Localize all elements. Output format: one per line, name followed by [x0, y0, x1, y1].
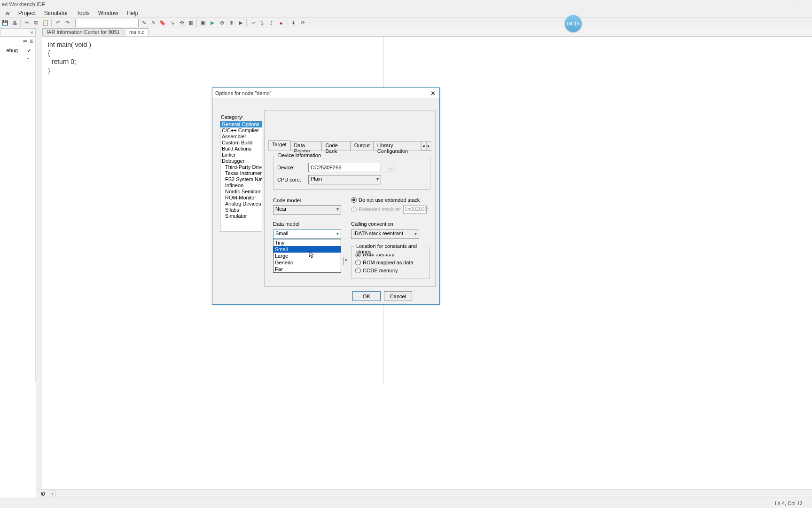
- radio-rom-mapped[interactable]: ROM mapped as data: [355, 260, 426, 265]
- radio-code-memory[interactable]: CODE memory: [355, 268, 426, 273]
- device-info-group: Device information Device: ... CPU core:…: [273, 156, 430, 190]
- cat-assembler[interactable]: Assembler: [220, 134, 262, 140]
- menu-help[interactable]: Help: [123, 9, 142, 17]
- cat-silabs[interactable]: Silabs: [220, 207, 262, 213]
- cat-fs2[interactable]: FS2 System Naviga: [220, 176, 262, 183]
- cat-build-actions[interactable]: Build Actions: [220, 146, 262, 152]
- download-icon[interactable]: ⬇: [289, 19, 297, 27]
- dialog-close-button[interactable]: ✕: [428, 89, 437, 97]
- dd-large[interactable]: Large: [273, 253, 341, 259]
- reset-icon[interactable]: ⟳: [298, 19, 307, 27]
- step-out-icon[interactable]: ⤴: [267, 19, 276, 27]
- cat-ti[interactable]: Texas Instruments: [220, 170, 262, 176]
- save-icon[interactable]: 💾: [1, 19, 9, 27]
- device-browse-button[interactable]: ...: [386, 163, 395, 172]
- data-model-combo[interactable]: Small: [273, 230, 341, 239]
- config-icon[interactable]: ⊞: [30, 39, 33, 44]
- code-line-4: }: [48, 66, 347, 75]
- workspace-tab[interactable]: ×: [0, 28, 36, 37]
- cat-simulator[interactable]: Simulator: [220, 213, 262, 219]
- code-line-2: {: [48, 49, 347, 57]
- nav-back-icon[interactable]: ↘: [168, 19, 176, 27]
- cursor-position: Ln 4, Col 12: [775, 500, 803, 506]
- dd-generic[interactable]: Generic: [273, 259, 341, 266]
- radio-no-extended-stack[interactable]: Do not use extended stack: [351, 197, 430, 203]
- tab-data-pointer[interactable]: Data Pointer: [290, 141, 322, 151]
- undo-icon[interactable]: ↶: [54, 19, 62, 27]
- debug-label: ebug: [7, 48, 18, 53]
- close-icon[interactable]: ×: [31, 30, 33, 35]
- menu-window[interactable]: Window: [94, 9, 122, 17]
- category-listbox[interactable]: General Options C/C++ Compiler Assembler…: [220, 121, 262, 231]
- code-model-combo[interactable]: Near: [273, 205, 341, 214]
- window-titlebar: ed Workbench IDE —: [0, 0, 812, 8]
- cat-linker[interactable]: Linker: [220, 152, 262, 158]
- debug-icon[interactable]: ▶: [236, 19, 245, 27]
- extended-stack-value: 0x002000: [403, 205, 427, 214]
- radio-extended-stack-at[interactable]: Extended stack at: 0x002000: [351, 205, 430, 214]
- menubar: w Project Simulator Tools Window Help: [0, 8, 812, 18]
- cancel-button[interactable]: Cancel: [384, 291, 412, 301]
- code-model-label: Code model: [273, 198, 301, 203]
- grid-icon[interactable]: ▦: [187, 19, 195, 27]
- tab-output[interactable]: Output: [351, 141, 374, 151]
- menu-project[interactable]: Project: [15, 9, 39, 17]
- toolbar: 💾 🖶 ✂ ⧉ 📋 ↶ ↷ ✎ ✎ 🔖 ↘ ⟲ ▦ ▣ ▶ ⊘ ⊕ ▶ ⤻ ⤵ …: [0, 18, 812, 28]
- cat-c-compiler[interactable]: C/C++ Compiler: [220, 127, 262, 134]
- print-icon[interactable]: 🖶: [10, 19, 19, 27]
- bookmark-icon[interactable]: 🔖: [158, 19, 167, 27]
- dd-far[interactable]: Far: [273, 266, 341, 272]
- make-icon[interactable]: ▶: [208, 19, 217, 27]
- radio-icon: [355, 268, 361, 273]
- tab-target[interactable]: Target: [268, 140, 290, 151]
- tab-library-config[interactable]: Library Configuration: [374, 141, 421, 151]
- cat-third-party[interactable]: Third-Party Driver: [220, 164, 262, 170]
- dd-small[interactable]: Small: [273, 246, 341, 253]
- stop-build-icon[interactable]: ⊘: [218, 19, 226, 27]
- calling-convention-combo[interactable]: IDATA stack reentrant: [351, 230, 419, 239]
- cat-analog[interactable]: Analog Devices: [220, 201, 262, 207]
- device-field[interactable]: [308, 163, 381, 172]
- step-over-icon[interactable]: ⤻: [249, 19, 257, 27]
- cat-nordic[interactable]: Nordic Semiconduc: [220, 189, 262, 195]
- workspace-debug-row[interactable]: ebug ✓: [0, 46, 35, 55]
- find-prev-icon[interactable]: ✎: [140, 19, 148, 27]
- tab-main-c[interactable]: main.c: [125, 28, 148, 36]
- tab-scroll-left[interactable]: ◂: [421, 141, 426, 151]
- hidden-combo[interactable]: [344, 257, 348, 265]
- redo-icon[interactable]: ↷: [63, 19, 71, 27]
- device-label: Device:: [277, 165, 304, 170]
- minimize-button[interactable]: —: [789, 1, 807, 8]
- device-info-label: Device information: [276, 152, 323, 158]
- menu-view[interactable]: w: [2, 9, 14, 17]
- cat-infineon[interactable]: Infineon: [220, 183, 262, 189]
- collapse-icon[interactable]: ⇄: [23, 39, 27, 44]
- ok-button[interactable]: OK: [352, 291, 381, 301]
- paste-icon[interactable]: 📋: [41, 19, 50, 27]
- cpu-core-combo[interactable]: Plain: [308, 175, 381, 184]
- cat-debugger[interactable]: Debugger: [220, 158, 262, 164]
- workspace-panel: ⇄ ⊞ ebug ✓ •: [0, 37, 36, 382]
- run-icon[interactable]: ●: [277, 19, 285, 27]
- menu-simulator[interactable]: Simulator: [40, 9, 72, 17]
- find-next-icon[interactable]: ✎: [149, 19, 157, 27]
- data-model-dropdown[interactable]: Tiny Small Large Generic Far: [273, 239, 341, 273]
- tab-code-bank[interactable]: Code Bank: [321, 141, 350, 151]
- nav-fwd-icon[interactable]: ⟲: [177, 19, 186, 27]
- func-prev-icon[interactable]: ‹: [50, 491, 55, 497]
- copy-icon[interactable]: ⧉: [32, 19, 40, 27]
- editor-tabstrip: IAR Information Center for 8051 main.c: [42, 28, 812, 37]
- tab-info-center[interactable]: IAR Information Center for 8051: [42, 28, 124, 36]
- tab-scroll-right[interactable]: ▸: [426, 141, 431, 151]
- toggle-bp-icon[interactable]: ⊕: [227, 19, 235, 27]
- cut-icon[interactable]: ✂: [23, 19, 31, 27]
- step-into-icon[interactable]: ⤵: [258, 19, 266, 27]
- cat-custom-build[interactable]: Custom Build: [220, 140, 262, 146]
- cat-general-options[interactable]: General Options: [220, 121, 262, 127]
- menu-tools[interactable]: Tools: [73, 9, 94, 17]
- dd-tiny[interactable]: Tiny: [273, 239, 341, 246]
- dialog-title: Options for node "demo": [212, 88, 439, 98]
- find-combo[interactable]: [75, 19, 139, 27]
- compile-icon[interactable]: ▣: [199, 19, 207, 27]
- cat-rom-monitor[interactable]: ROM-Monitor: [220, 195, 262, 201]
